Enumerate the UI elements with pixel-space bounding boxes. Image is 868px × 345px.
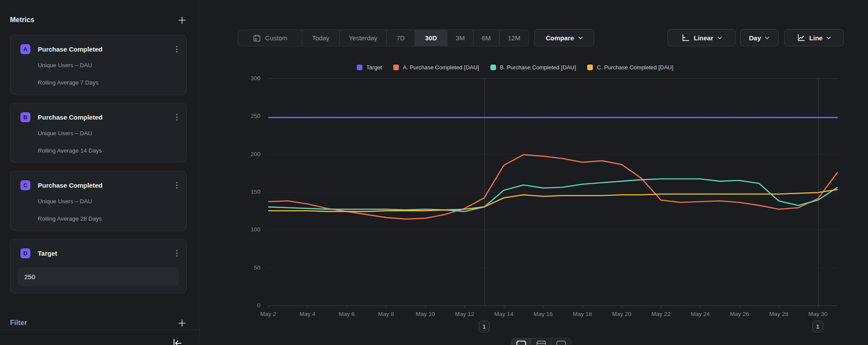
chart-type-button-label: Line [809, 34, 823, 42]
y-axis-label: 100 [238, 226, 260, 233]
target-value-input[interactable]: 250 [18, 267, 179, 286]
y-axis-label: 0 [238, 302, 260, 309]
view-toggle-group [511, 338, 572, 345]
date-range-control: CustomTodayYesterday7D30D3M6M12M [238, 29, 529, 46]
compare-button-label: Compare [546, 34, 574, 42]
metric-measure: Unique Users – DAU [38, 62, 92, 68]
scale-button-label: Linear [694, 34, 713, 42]
x-axis-label: May 18 [565, 311, 600, 317]
x-axis-label: May 16 [526, 311, 560, 317]
x-axis-label: May 12 [447, 311, 482, 317]
legend-swatch [393, 65, 399, 70]
x-axis-label: May 24 [683, 311, 717, 317]
y-axis-label: 50 [238, 264, 260, 271]
metric-card[interactable]: C Purchase Completed Unique Users – DAU … [10, 171, 187, 231]
plus-icon [178, 319, 187, 328]
metric-title: Purchase Completed [38, 182, 173, 189]
card-menu-button[interactable] [173, 182, 180, 189]
legend-swatch [587, 65, 593, 70]
legend-item[interactable]: A. Purchase Completed [DAU] [393, 64, 479, 71]
legend-item[interactable]: C. Purchase Completed [DAU] [587, 64, 673, 71]
app-root: Metrics A Purchase Completed Unique User… [0, 0, 868, 345]
metric-card[interactable]: A Purchase Completed Unique Users – DAU … [10, 35, 187, 94]
tab-label: 6M [482, 34, 491, 42]
chevron-down-icon [578, 36, 583, 39]
table-view-toggle-button[interactable] [551, 338, 571, 345]
y-axis-label: 150 [238, 189, 260, 195]
compare-button[interactable]: Compare [534, 29, 594, 46]
chart-type-button[interactable]: Line [784, 29, 844, 46]
x-axis-label: May 6 [329, 311, 364, 317]
table-view-icon [556, 340, 566, 345]
x-axis-label: May 2 [251, 311, 286, 317]
date-range-tab-3m[interactable]: 3M [447, 30, 473, 46]
legend-label: C. Purchase Completed [DAU] [597, 64, 673, 71]
series-line [268, 189, 838, 212]
metric-badge: D [20, 248, 30, 258]
plot-area [268, 78, 838, 308]
x-axis-label: May 8 [368, 311, 403, 317]
scale-button[interactable]: Linear [667, 29, 736, 46]
chevron-down-icon [717, 36, 722, 39]
date-range-tab-6m[interactable]: 6M [473, 30, 500, 46]
x-axis-label: May 4 [290, 311, 325, 317]
tab-label: 30D [425, 34, 437, 42]
x-axis-label: May 20 [604, 311, 639, 317]
chevron-down-icon [826, 36, 831, 39]
tab-label: 7D [396, 34, 404, 42]
date-range-tab-30d[interactable]: 30D [415, 30, 447, 46]
card-menu-button[interactable] [173, 46, 180, 52]
filter-section-title: Filter [10, 319, 27, 327]
metric-badge: A [20, 44, 30, 54]
tab-label: 3M [456, 34, 465, 42]
legend-swatch [357, 65, 362, 70]
card-menu-button[interactable] [173, 250, 180, 257]
metric-card[interactable]: B Purchase Completed Unique Users – DAU … [10, 103, 187, 163]
tab-label: Custom [265, 34, 288, 42]
legend-label: Target [366, 64, 382, 71]
annotation-badge[interactable]: 1 [479, 321, 490, 332]
date-range-tab-7d[interactable]: 7D [387, 30, 415, 46]
filter-header: Filter [10, 318, 187, 328]
chart-view-icon [516, 340, 526, 345]
main-panel: CustomTodayYesterday7D30D3M6M12M Compare… [200, 0, 868, 345]
date-range-tab-12m[interactable]: 12M [500, 30, 529, 46]
metric-title: Purchase Completed [38, 46, 173, 53]
sidebar: Metrics A Purchase Completed Unique User… [0, 0, 200, 345]
x-axis-label: May 26 [722, 311, 757, 317]
x-axis-label: May 10 [408, 311, 443, 317]
date-range-tab-today[interactable]: Today [302, 30, 340, 46]
annotation-badge[interactable]: 1 [812, 321, 823, 332]
metric-badge: B [20, 112, 30, 122]
metric-measure: Unique Users – DAU [38, 130, 92, 137]
notes-view-toggle-button[interactable] [531, 338, 551, 345]
axis-linear-icon [681, 33, 690, 42]
x-axis-label: May 30 [801, 311, 835, 317]
metric-badge: C [20, 180, 30, 190]
date-range-tab-yesterday[interactable]: Yesterday [340, 30, 387, 46]
card-menu-button[interactable] [173, 114, 180, 120]
x-axis-label: May 28 [761, 311, 796, 317]
tab-label: Yesterday [349, 34, 377, 42]
add-filter-button[interactable] [178, 319, 187, 328]
metrics-header: Metrics [10, 15, 187, 25]
granularity-button[interactable]: Day [740, 29, 779, 46]
x-axis-label: May 22 [644, 311, 678, 317]
x-axis-label: May 14 [487, 311, 521, 317]
metric-transform: Rolling Average 28 Days [38, 215, 102, 222]
collapse-sidebar-button[interactable] [172, 338, 183, 345]
series-line [268, 179, 838, 212]
target-title: Target [38, 250, 173, 257]
legend-item[interactable]: B. Purchase Completed [DAU] [490, 64, 576, 71]
legend-label: A. Purchase Completed [DAU] [403, 64, 479, 71]
chart-view-toggle-button[interactable] [511, 338, 531, 345]
y-axis-label: 200 [238, 151, 260, 157]
calendar-icon [253, 34, 261, 42]
sidebar-divider [0, 329, 200, 330]
add-metric-button[interactable] [178, 16, 187, 25]
legend-item[interactable]: Target [357, 64, 382, 71]
chevron-down-icon [765, 36, 769, 39]
plus-icon [178, 16, 187, 25]
target-card[interactable]: D Target 250 [10, 239, 187, 293]
date-range-tab-custom[interactable]: Custom [238, 30, 302, 46]
